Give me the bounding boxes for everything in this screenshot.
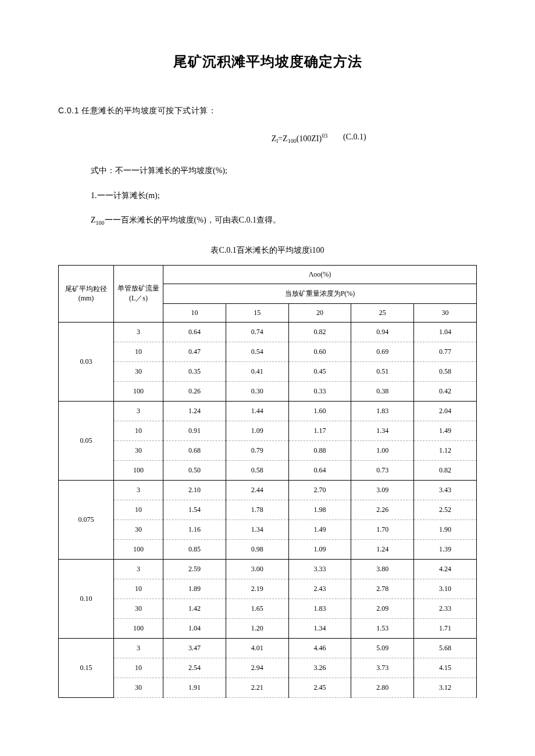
value-cell: 0.82 — [414, 460, 477, 480]
value-cell: 0.64 — [288, 460, 351, 480]
section-label: C.0.1 任意滩长的平均坡度可按下式计算： — [58, 106, 477, 116]
flow-cell: 10 — [114, 342, 163, 361]
value-cell: 0.54 — [226, 342, 288, 361]
value-cell: 0.33 — [288, 381, 351, 401]
th-p: 20 — [288, 303, 351, 322]
value-cell: 1.78 — [226, 500, 288, 519]
flow-cell: 30 — [114, 440, 163, 460]
value-cell: 2.80 — [351, 678, 414, 697]
formula-row: Zl=Z100(100ZI)03 (C.0.1) — [58, 132, 477, 144]
flow-cell: 30 — [114, 519, 163, 539]
value-cell: 1.42 — [163, 599, 226, 618]
value-cell: 0.74 — [226, 322, 288, 342]
value-cell: 0.85 — [163, 539, 226, 559]
table-row: 300.680.790.881.001.12 — [59, 440, 477, 460]
table-row: 100.470.540.600.690.77 — [59, 342, 477, 361]
table-row: 0.1032.593.003.333.804.24 — [59, 559, 477, 579]
flow-cell: 3 — [114, 480, 163, 500]
value-cell: 0.88 — [288, 440, 351, 460]
flow-cell: 10 — [114, 658, 163, 678]
value-cell: 1.39 — [414, 539, 477, 559]
flow-cell: 10 — [114, 421, 163, 440]
value-cell: 3.47 — [163, 638, 226, 658]
flow-cell: 30 — [114, 361, 163, 381]
value-cell: 1.83 — [351, 401, 414, 421]
value-cell: 0.58 — [414, 361, 477, 381]
table-row: 301.161.341.491.701.90 — [59, 519, 477, 539]
value-cell: 1.00 — [351, 440, 414, 460]
definition-1: 式中：不一一计算滩长的平均坡度(%); — [91, 160, 477, 181]
slope-table: 尾矿平均粒径(mm) 单管放矿流量(L／s) Λoo(%) 当放矿重量浓度为P(… — [58, 265, 477, 698]
value-cell: 1.04 — [163, 618, 226, 638]
value-cell: 3.09 — [351, 480, 414, 500]
value-cell: 2.94 — [226, 658, 288, 678]
th-p: 25 — [351, 303, 414, 322]
value-cell: 0.60 — [288, 342, 351, 361]
value-cell: 3.10 — [414, 579, 477, 599]
value-cell: 4.01 — [226, 638, 288, 658]
value-cell: 3.12 — [414, 678, 477, 697]
value-cell: 1.90 — [414, 519, 477, 539]
value-cell: 2.52 — [414, 500, 477, 519]
diameter-cell: 0.05 — [59, 401, 114, 480]
value-cell: 3.73 — [351, 658, 414, 678]
table-row: 0.0531.241.441.601.832.04 — [59, 401, 477, 421]
value-cell: 2.21 — [226, 678, 288, 697]
table-row: 0.0330.640.740.820.941.04 — [59, 322, 477, 342]
formula-number: (C.0.1) — [343, 132, 366, 142]
value-cell: 0.50 — [163, 460, 226, 480]
table-row: 1000.500.580.640.730.82 — [59, 460, 477, 480]
value-cell: 0.94 — [351, 322, 414, 342]
value-cell: 1.16 — [163, 519, 226, 539]
table-row: 102.542.943.263.734.15 — [59, 658, 477, 678]
value-cell: 0.47 — [163, 342, 226, 361]
value-cell: 2.43 — [288, 579, 351, 599]
value-cell: 2.10 — [163, 480, 226, 500]
table-row: 1001.041.201.341.531.71 — [59, 618, 477, 638]
value-cell: 2.54 — [163, 658, 226, 678]
table-row: 101.541.781.982.262.52 — [59, 500, 477, 519]
value-cell: 1.70 — [351, 519, 414, 539]
flow-cell: 30 — [114, 599, 163, 618]
value-cell: 1.91 — [163, 678, 226, 697]
value-cell: 0.30 — [226, 381, 288, 401]
value-cell: 1.12 — [414, 440, 477, 460]
value-cell: 2.44 — [226, 480, 288, 500]
flow-cell: 100 — [114, 539, 163, 559]
value-cell: 0.41 — [226, 361, 288, 381]
flow-cell: 100 — [114, 460, 163, 480]
value-cell: 2.09 — [351, 599, 414, 618]
value-cell: 1.34 — [351, 421, 414, 440]
value-cell: 1.49 — [288, 519, 351, 539]
table-row: 1000.260.300.330.380.42 — [59, 381, 477, 401]
value-cell: 1.20 — [226, 618, 288, 638]
value-cell: 3.26 — [288, 658, 351, 678]
value-cell: 0.64 — [163, 322, 226, 342]
value-cell: 2.59 — [163, 559, 226, 579]
formula: Zl=Z100(100ZI)03 — [272, 132, 327, 144]
value-cell: 2.04 — [414, 401, 477, 421]
value-cell: 5.09 — [351, 638, 414, 658]
value-cell: 2.26 — [351, 500, 414, 519]
value-cell: 1.65 — [226, 599, 288, 618]
th-p: 10 — [163, 303, 226, 322]
value-cell: 1.53 — [351, 618, 414, 638]
flow-cell: 3 — [114, 559, 163, 579]
value-cell: 0.77 — [414, 342, 477, 361]
value-cell: 0.38 — [351, 381, 414, 401]
value-cell: 1.04 — [414, 322, 477, 342]
value-cell: 0.82 — [288, 322, 351, 342]
value-cell: 0.42 — [414, 381, 477, 401]
flow-cell: 100 — [114, 618, 163, 638]
value-cell: 1.09 — [226, 421, 288, 440]
value-cell: 1.34 — [226, 519, 288, 539]
diameter-cell: 0.03 — [59, 322, 114, 401]
value-cell: 3.00 — [226, 559, 288, 579]
value-cell: 2.70 — [288, 480, 351, 500]
value-cell: 4.15 — [414, 658, 477, 678]
value-cell: 4.24 — [414, 559, 477, 579]
value-cell: 4.46 — [288, 638, 351, 658]
value-cell: 1.89 — [163, 579, 226, 599]
page-title: 尾矿沉积滩平均坡度确定方法 — [58, 52, 477, 71]
value-cell: 2.45 — [288, 678, 351, 697]
